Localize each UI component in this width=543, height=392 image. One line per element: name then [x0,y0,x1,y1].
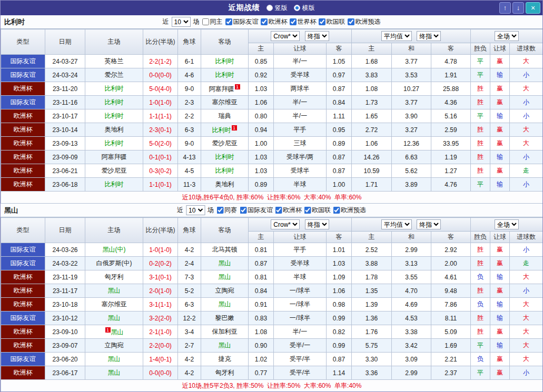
home-team[interactable]: 比利时 [85,82,143,96]
home-team[interactable]: 黑山 [85,284,143,298]
home-team[interactable]: 黑山 [85,311,143,325]
bookmaker-select[interactable]: Crow* [271,31,300,41]
filter-same-home[interactable]: 同主 [202,17,223,26]
fulltime-select[interactable]: 全场 [495,31,519,41]
home-team[interactable]: 立陶宛 [85,339,143,353]
corner-score: 5-2 [178,284,201,298]
section-header: 黑山 近 10 场 同赛 国际友谊欧洲杯欧国联欧洲预选 [1,204,542,217]
home-team[interactable]: 英格兰 [85,55,143,68]
home-team[interactable]: 阿塞拜疆 [85,150,143,164]
bookmaker-select[interactable]: Crow* [271,219,300,229]
competition-checkbox[interactable] [240,207,246,214]
same-checkbox[interactable] [202,18,209,25]
competition-checkbox[interactable] [290,18,297,25]
home-team[interactable]: 比利时 [85,96,143,109]
titlebar: 近期战绩 竖版 横版 ↑ ↓ × [1,1,542,15]
home-team[interactable]: 黑山 [85,353,143,366]
radio-dot[interactable] [266,5,273,11]
home-team[interactable]: 爱尔兰 [85,68,143,82]
home-team[interactable]: 黑山(中) [85,243,143,257]
home-team[interactable]: 塞尔维亚 [85,298,143,311]
filter-same-competition[interactable]: 同赛 [216,206,237,215]
away-team[interactable]: 黑山 [201,257,249,270]
away-team[interactable]: 奥地利 [201,178,249,192]
sub-wdl: 胜负 [471,43,490,55]
away-team[interactable]: 保加利亚 [201,325,249,339]
radio-vertical-layout[interactable]: 竖版 [266,4,288,13]
odds-stage-select[interactable]: 终指 [305,219,329,229]
result-win-draw-loss: 平 [471,339,490,353]
filter-competition[interactable]: 国际友谊 [225,17,259,26]
competition-checkbox[interactable] [333,207,340,214]
recent-count-select[interactable]: 10 [172,17,191,27]
away-team[interactable]: 比利时 [201,164,249,178]
away-team[interactable]: 比利时 [201,55,249,68]
avg-odds-home: 1.35 [352,284,392,298]
avg-stage-select[interactable]: 终指 [417,31,441,41]
scroll-down-button[interactable]: ↓ [512,2,524,14]
competition-checkbox[interactable] [225,18,232,25]
avg-odds-away: 1.69 [431,339,471,353]
away-team[interactable]: 塞尔维亚 [201,96,249,109]
away-team[interactable]: 北马其顿 [201,243,249,257]
radio-horizontal-layout[interactable]: 横版 [294,4,315,13]
close-button[interactable]: × [526,2,540,14]
match-row: 欧洲杯 23-10-17 比利时 1-1(1-1) 2-2 瑞典 0.80 半/… [1,109,543,123]
radio-dot[interactable] [294,5,300,11]
average-select[interactable]: 平均值 [381,219,412,229]
filter-competition[interactable]: 欧洲杯 [275,206,302,215]
away-team[interactable]: 比利时 [201,150,249,164]
corner-score: 7-3 [178,270,201,284]
home-team[interactable]: 比利时 [85,137,143,150]
result-handicap: 输 [490,270,510,284]
away-team[interactable]: 黎巴嫩 [201,311,249,325]
filter-competition[interactable]: 国际友谊 [240,206,273,215]
filter-competition[interactable]: 欧洲预选 [333,206,366,215]
match-row: 欧洲杯 23-06-17 黑山 0-0(0-0) 4-2 匈牙利 0.77 受平… [1,366,543,380]
competition-checkbox[interactable] [304,207,311,214]
fulltime-select[interactable]: 全场 [495,219,519,229]
filter-competition[interactable]: 世界杯 [290,17,317,26]
competition-checkbox[interactable] [319,18,325,25]
filter-competition[interactable]: 欧洲预选 [348,17,381,26]
home-team[interactable]: 1黑山 [85,325,143,339]
competition-checkbox[interactable] [261,18,268,25]
competition-checkbox[interactable] [348,18,354,25]
away-team[interactable]: 立陶宛 [201,284,249,298]
away-team[interactable]: 黑山 [201,270,249,284]
home-team[interactable]: 奥地利 [85,123,143,137]
score: 1-4(0-1) [143,353,178,366]
away-team[interactable]: 黑山 [201,339,249,353]
competition-checkbox[interactable] [275,207,282,214]
odds-away: 0.98 [327,298,352,311]
odds-away: 0.87 [327,150,352,164]
same-checkbox[interactable] [216,207,223,214]
result-handicap: 赢 [490,284,510,298]
odds-stage-select[interactable]: 终指 [305,31,329,41]
away-team[interactable]: 黑山 [201,298,249,311]
scroll-up-button[interactable]: ↑ [499,2,511,14]
handicap-line: 受球半 [274,164,327,178]
home-team[interactable]: 比利时 [85,178,143,192]
odds-away: 0.99 [327,339,352,353]
home-team[interactable]: 白俄罗斯(中) [85,257,143,270]
home-team[interactable]: 爱沙尼亚 [85,164,143,178]
home-team[interactable]: 黑山 [85,366,143,380]
filter-competition[interactable]: 欧国联 [304,206,331,215]
away-team[interactable]: 比利时 [201,68,249,82]
home-team[interactable]: 比利时 [85,109,143,123]
away-team[interactable]: 爱沙尼亚 [201,137,249,150]
average-select[interactable]: 平均值 [381,31,412,41]
home-team[interactable]: 匈牙利 [85,270,143,284]
avg-stage-select[interactable]: 终指 [417,219,441,229]
away-team[interactable]: 捷克 [201,353,249,366]
filter-competition[interactable]: 欧国联 [319,17,345,26]
odds-home: 1.08 [249,325,274,339]
away-team[interactable]: 阿塞拜疆1 [201,82,249,96]
avg-odds-away: 1.27 [431,164,471,178]
away-team[interactable]: 比利时1 [201,123,249,137]
filter-competition[interactable]: 欧洲杯 [261,17,288,26]
away-team[interactable]: 匈牙利 [201,366,249,380]
away-team[interactable]: 瑞典 [201,109,249,123]
recent-count-select[interactable]: 10 [186,205,205,215]
